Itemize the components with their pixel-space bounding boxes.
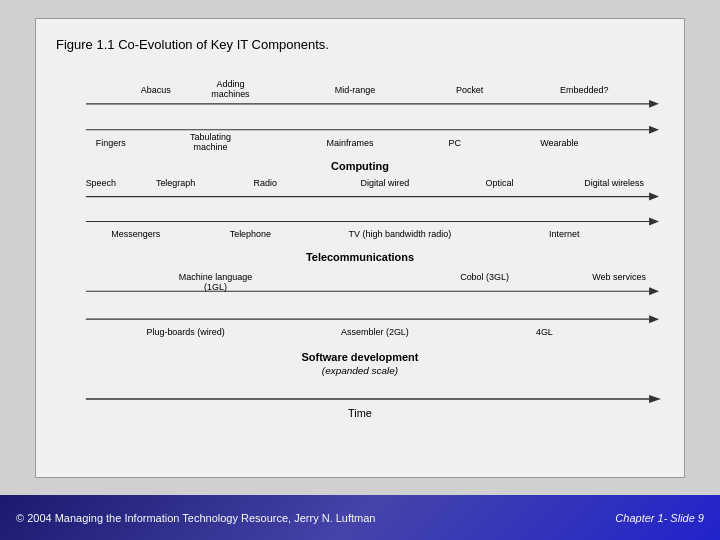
svg-text:Computing: Computing [331, 159, 389, 171]
svg-text:Tabulating: Tabulating [190, 131, 231, 141]
figure-number: Figure 1.1 [56, 37, 115, 52]
svg-marker-20 [649, 217, 659, 225]
svg-text:Software development: Software development [302, 351, 419, 363]
svg-text:machines: machines [211, 88, 250, 98]
svg-text:(1GL): (1GL) [204, 282, 227, 292]
svg-marker-18 [649, 192, 659, 200]
svg-text:Telegraph: Telegraph [156, 177, 195, 187]
svg-text:Mid-range: Mid-range [335, 84, 375, 94]
svg-text:Assembler (2GL): Assembler (2GL) [341, 327, 409, 337]
footer-slide: Chapter 1- Slide 9 [615, 512, 704, 524]
svg-text:4GL: 4GL [536, 327, 553, 337]
slide-container: Figure 1.1 Co-Evolution of Key IT Compon… [35, 18, 685, 478]
svg-marker-46 [649, 394, 661, 402]
footer-bar: © 2004 Managing the Information Technolo… [0, 495, 720, 540]
svg-text:Time: Time [348, 406, 372, 418]
svg-text:Digital wired: Digital wired [360, 177, 409, 187]
svg-text:Telephone: Telephone [230, 229, 271, 239]
svg-marker-3 [649, 125, 659, 133]
svg-text:Messengers: Messengers [111, 229, 160, 239]
svg-marker-1 [649, 99, 659, 107]
svg-text:Machine language: Machine language [179, 272, 252, 282]
figure-title: Figure 1.1 Co-Evolution of Key IT Compon… [56, 37, 664, 52]
svg-text:Pocket: Pocket [456, 84, 484, 94]
diagram-svg: Abacus Adding machines Mid-range Pocket … [56, 62, 664, 461]
svg-text:Embedded?: Embedded? [560, 84, 608, 94]
footer-copyright: © 2004 Managing the Information Technolo… [16, 512, 376, 524]
svg-text:Radio: Radio [254, 177, 277, 187]
svg-text:Speech: Speech [86, 177, 116, 187]
figure-title-text: Co-Evolution of Key IT Components. [118, 37, 329, 52]
svg-text:Wearable: Wearable [540, 137, 578, 147]
svg-text:Adding: Adding [216, 78, 244, 88]
svg-text:Digital wireless: Digital wireless [584, 177, 644, 187]
svg-text:Optical: Optical [486, 177, 514, 187]
svg-text:PC: PC [448, 137, 461, 147]
svg-marker-35 [649, 315, 659, 323]
svg-text:Abacus: Abacus [141, 84, 171, 94]
svg-text:Fingers: Fingers [96, 137, 126, 147]
svg-text:Internet: Internet [549, 229, 580, 239]
svg-marker-33 [649, 287, 659, 295]
svg-text:TV (high bandwidth radio): TV (high bandwidth radio) [349, 229, 452, 239]
svg-text:Mainframes: Mainframes [327, 137, 374, 147]
svg-text:Telecommunications: Telecommunications [306, 251, 414, 263]
svg-text:Plug-boards (wired): Plug-boards (wired) [146, 327, 224, 337]
svg-text:(expanded scale): (expanded scale) [322, 364, 398, 375]
svg-text:Web services: Web services [592, 272, 646, 282]
svg-text:Cobol (3GL): Cobol (3GL) [460, 272, 509, 282]
svg-text:machine: machine [194, 141, 228, 151]
main-area: Figure 1.1 Co-Evolution of Key IT Compon… [0, 0, 720, 495]
